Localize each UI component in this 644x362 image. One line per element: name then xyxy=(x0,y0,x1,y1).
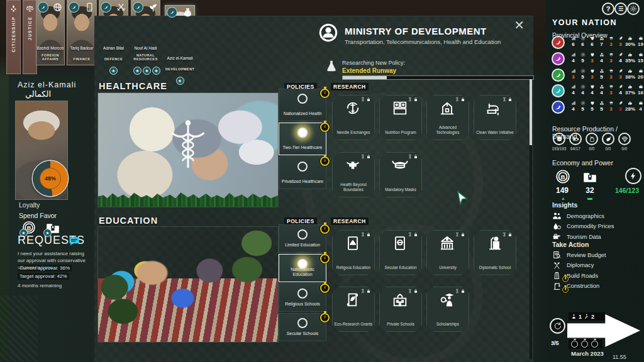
action-build-roads[interactable]: Build Roads xyxy=(552,271,644,280)
refresh-icon xyxy=(553,322,562,331)
insight-label: Tourism Data xyxy=(567,234,601,240)
province-stat-value: 3 xyxy=(587,75,597,80)
province-stat-value: 5 xyxy=(578,75,587,80)
policy-option-religious-schools[interactable]: Religious Schools xyxy=(279,283,326,312)
policy-option-secular-schools[interactable]: Secular Schools xyxy=(279,313,326,341)
research-item-private-schools[interactable]: Private Schools xyxy=(379,287,422,332)
diplomat-podium-icon xyxy=(486,234,503,252)
research-item-advanced-technologies[interactable]: Advanced Technologies xyxy=(426,95,469,140)
policy-radio[interactable] xyxy=(297,288,308,299)
action-label: Review Budget xyxy=(567,252,606,258)
close-icon[interactable]: ✕ xyxy=(514,19,525,31)
minister-card-role: DEVELOPMENT xyxy=(165,67,194,71)
lock-icon xyxy=(366,97,371,102)
research-label: University xyxy=(428,265,468,270)
gear-icon xyxy=(580,52,586,57)
map-hatch-decoration xyxy=(0,295,38,362)
minister-stars: ★★★ xyxy=(133,67,160,75)
crane-icon xyxy=(552,282,562,291)
research-item-clean-water-initiative[interactable]: Clean Water Initiative xyxy=(474,95,516,140)
scrollbar-thumb[interactable] xyxy=(530,79,532,145)
minister-card-tariq-badour[interactable]: Tariq BadourFINANCE xyxy=(67,0,97,65)
insight-tourism-data[interactable]: Tourism Data xyxy=(552,232,644,241)
action-construction[interactable]: Construction xyxy=(552,282,644,291)
research-label-healthcare: RESEARCH xyxy=(331,83,369,90)
treasury-folder-icon xyxy=(582,169,597,184)
research-item-health-beyond-boundaries[interactable]: Health Beyond Boundaries xyxy=(332,152,375,197)
bar-chart-icon xyxy=(571,84,576,89)
insight-demographics[interactable]: Demographics xyxy=(552,211,644,221)
province-row-1[interactable]: 66673330%19 xyxy=(546,35,644,51)
policy-option-privatized-healthcare[interactable]: Privatized Healthcare xyxy=(279,156,326,189)
gear-icon xyxy=(580,36,586,41)
province-approval: 28% xyxy=(623,107,638,112)
province-row-3[interactable]: 35353338%20 xyxy=(546,68,644,84)
heart-icon xyxy=(590,101,595,106)
money-bag-icon xyxy=(182,7,193,18)
research-item-mandatory-masks[interactable]: Mandatory Masks xyxy=(379,152,422,197)
turn-clock-icon xyxy=(581,341,588,348)
turn-advisor-stats: 1 2 xyxy=(569,312,605,321)
policy-radio[interactable] xyxy=(297,259,308,269)
policy-radio[interactable] xyxy=(297,94,308,104)
action-diplomacy[interactable]: Diplomacy xyxy=(552,261,644,270)
research-label: Religous Education xyxy=(333,265,374,270)
request-chat-icon[interactable] xyxy=(68,235,80,246)
spend-favor-unlock-button[interactable]: ★ xyxy=(45,220,64,235)
request-time-remaining: 4 months remaining xyxy=(18,283,62,288)
research-item-eco-research-grants[interactable]: Eco-Research Grants xyxy=(332,287,375,332)
settings-button[interactable] xyxy=(627,3,640,15)
spend-favor-money-button[interactable]: B★ xyxy=(21,220,40,235)
research-item-religous-education[interactable]: Religous Education xyxy=(332,230,375,275)
star-icon: ★ xyxy=(143,67,151,75)
research-item-nutrition-program[interactable]: Nutrition Program xyxy=(379,95,422,140)
nation-title: YOUR NATION xyxy=(552,18,617,27)
time-cost-clock-icon xyxy=(320,283,330,293)
insight-commodity-prices[interactable]: Commodity Prices xyxy=(552,222,644,231)
policy-option-nationalistic-education[interactable]: Nationalistic Education xyxy=(279,254,326,282)
policy-radio[interactable] xyxy=(297,229,308,239)
policy-radio[interactable] xyxy=(297,128,308,138)
province-stat-value: 5 xyxy=(597,75,606,80)
province-row-4[interactable]: 44443437%16 xyxy=(546,84,644,99)
research-item-diplomatic-school[interactable]: Diplomatic School xyxy=(474,230,516,275)
research-label: Health Beyond Boundaries xyxy=(333,182,374,192)
research-item-secular-education[interactable]: Secular Education xyxy=(379,230,422,275)
policy-label: Religious Schools xyxy=(280,302,325,307)
province-stat-value: 4 xyxy=(597,90,606,96)
research-item-needle-exchanges[interactable]: Needle Exchanges xyxy=(332,95,375,140)
minister-card-bashdi-morcos[interactable]: Bashdi MorcosFOREIGN AFFAIRS xyxy=(36,0,65,65)
eco-scroll-icon xyxy=(344,291,362,309)
economy-title: Economy and Power xyxy=(552,159,613,167)
time-cost-clock-icon xyxy=(320,123,330,132)
policy-option-two-tier-healthcare[interactable]: Two-Tier Healthcare xyxy=(279,123,326,155)
cabinet-tab-justice[interactable]: JUSTICE xyxy=(23,0,37,74)
province-stat-value: 5 xyxy=(587,107,597,112)
cycle-turn-button[interactable] xyxy=(550,318,565,334)
briefcase-icon xyxy=(638,84,643,89)
province-row-2[interactable]: 45343435%15 xyxy=(546,52,644,67)
research-item-scholarships[interactable]: Scholarships xyxy=(426,287,469,332)
policy-radio[interactable] xyxy=(297,162,308,172)
thumbs-up-icon xyxy=(628,36,633,41)
scrollbar[interactable] xyxy=(530,79,532,359)
minister-card-role: FOREIGN AFFAIRS xyxy=(36,53,64,61)
policy-option-limited-education[interactable]: Limited Education xyxy=(279,224,326,253)
bar-chart-icon xyxy=(571,69,576,74)
cabinet-tab-citizenship[interactable]: CITIZENSHIP xyxy=(6,0,21,74)
policy-option-nationalized-health[interactable]: Nationalized Health xyxy=(279,89,326,121)
crates-icon xyxy=(599,52,604,57)
research-flask-icon xyxy=(325,59,338,75)
minister-card-role: NATURAL RESOURCES xyxy=(131,53,160,61)
province-stat-value: 3 xyxy=(587,58,597,63)
policy-radio[interactable] xyxy=(297,318,308,328)
province-stat-value: 5 xyxy=(597,107,606,112)
menu-button[interactable]: ☰ xyxy=(614,3,627,15)
lock-icon xyxy=(366,154,371,159)
province-row-5[interactable]: 45553228%4 xyxy=(546,100,644,116)
briefcase-icon xyxy=(638,69,643,74)
research-item-university[interactable]: University xyxy=(426,230,469,275)
help-button[interactable]: ? xyxy=(602,3,614,15)
advisor-count: 1 xyxy=(579,314,582,320)
action-review-budget[interactable]: Review Budget xyxy=(552,250,644,260)
